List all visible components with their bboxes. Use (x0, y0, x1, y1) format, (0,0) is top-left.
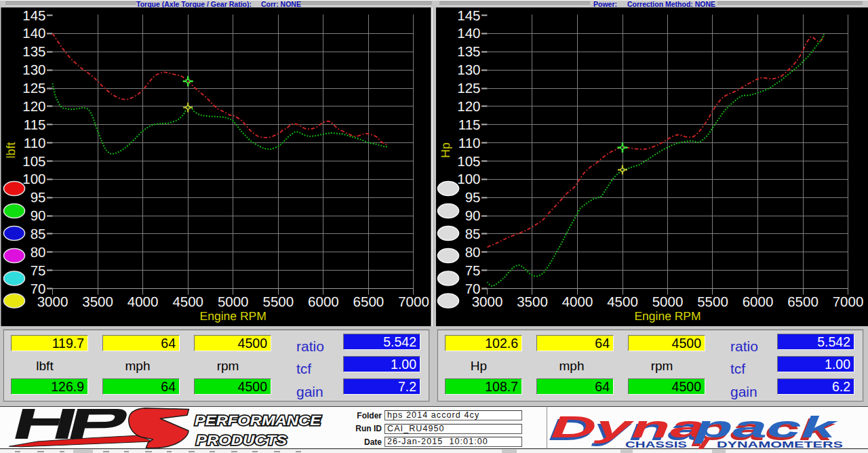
svg-text:100: 100 (22, 172, 45, 187)
svg-text:95: 95 (31, 190, 46, 205)
svg-text:115: 115 (458, 117, 481, 133)
svg-text:115: 115 (24, 117, 46, 133)
svg-text:100: 100 (457, 172, 480, 187)
svg-text:Dyna: Dyna (551, 410, 705, 444)
svg-text:120: 120 (457, 99, 480, 115)
svg-text:125: 125 (457, 81, 480, 96)
svg-text:120: 120 (22, 99, 45, 115)
svg-text:75: 75 (31, 263, 46, 279)
svg-text:pack: pack (694, 410, 838, 444)
svg-text:130: 130 (457, 62, 480, 78)
svg-text:105: 105 (22, 154, 45, 170)
svg-text:90: 90 (31, 208, 46, 224)
svg-text:5500: 5500 (697, 294, 728, 310)
svg-text:110: 110 (24, 136, 46, 151)
svg-text:Engine RPM: Engine RPM (634, 309, 701, 323)
svg-text:85: 85 (31, 226, 46, 242)
svg-text:3500: 3500 (517, 294, 548, 310)
svg-text:140: 140 (22, 26, 45, 41)
svg-text:6500: 6500 (353, 294, 384, 310)
svg-text:4500: 4500 (607, 294, 638, 310)
svg-text:140: 140 (457, 26, 480, 41)
svg-text:7000: 7000 (398, 294, 429, 310)
svg-text:4000: 4000 (562, 294, 593, 310)
svg-text:CHASSIS: CHASSIS (625, 440, 687, 450)
svg-text:145: 145 (22, 8, 45, 24)
svg-text:4000: 4000 (127, 294, 159, 310)
svg-text:Hp: Hp (439, 142, 452, 158)
svg-text:80: 80 (465, 245, 481, 260)
svg-text:105: 105 (457, 154, 480, 170)
svg-text:5500: 5500 (262, 294, 294, 310)
svg-text:lbft: lbft (4, 142, 18, 158)
svg-text:110: 110 (458, 136, 481, 151)
svg-text:3500: 3500 (82, 294, 113, 310)
svg-text:3000: 3000 (37, 294, 68, 310)
svg-text:Engine RPM: Engine RPM (200, 309, 267, 323)
svg-text:4500: 4500 (172, 294, 203, 310)
svg-text:125: 125 (22, 81, 45, 96)
svg-text:145: 145 (457, 8, 480, 24)
svg-text:130: 130 (22, 62, 45, 78)
svg-text:7000: 7000 (833, 294, 864, 310)
svg-text:6000: 6000 (308, 294, 339, 310)
svg-text:DYNAMOMETERS: DYNAMOMETERS (717, 440, 843, 450)
svg-text:80: 80 (31, 245, 46, 260)
svg-text:3000: 3000 (472, 294, 503, 310)
svg-text:95: 95 (465, 190, 481, 205)
svg-text:6500: 6500 (787, 294, 818, 310)
svg-text:85: 85 (465, 226, 481, 242)
svg-text:PRODUCTS: PRODUCTS (196, 432, 287, 448)
svg-text:135: 135 (457, 44, 480, 60)
svg-text:5000: 5000 (218, 294, 249, 310)
svg-text:6000: 6000 (743, 294, 774, 310)
svg-text:5000: 5000 (652, 294, 684, 310)
svg-text:75: 75 (465, 263, 481, 279)
svg-text:135: 135 (22, 44, 45, 60)
svg-text:PERFORMANCE: PERFORMANCE (195, 412, 321, 428)
svg-text:90: 90 (465, 208, 481, 224)
